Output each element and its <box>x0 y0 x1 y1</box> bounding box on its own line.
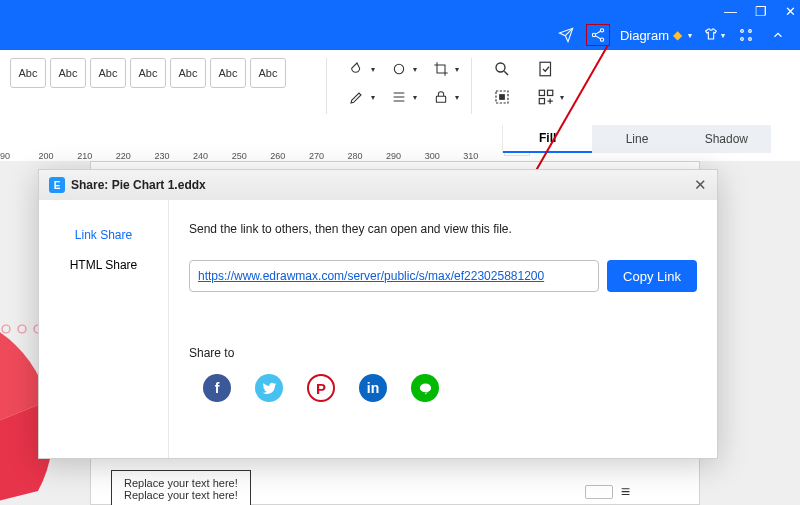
svg-point-17 <box>18 325 26 333</box>
minimize-button[interactable]: — <box>724 4 737 19</box>
diagram-label-text: Diagram <box>620 28 669 43</box>
placeholder-line: Replace your text here! <box>124 489 238 501</box>
facebook-icon[interactable]: f <box>203 374 231 402</box>
svg-point-9 <box>496 63 505 72</box>
share-dialog: E Share: Pie Chart 1.eddx ✕ Link Share H… <box>38 169 718 459</box>
close-window-button[interactable]: ✕ <box>785 4 796 19</box>
page-check-icon[interactable] <box>526 58 566 80</box>
shape-dropdown[interactable]: ▾ <box>379 58 419 80</box>
svg-rect-8 <box>436 96 445 102</box>
chevron-down-icon: ▾ <box>688 31 692 40</box>
style-preset[interactable]: Abc <box>170 58 206 88</box>
style-presets: Abc Abc Abc Abc Abc Abc Abc <box>10 58 286 88</box>
mini-box[interactable] <box>585 485 613 499</box>
selection-icon[interactable] <box>482 86 522 108</box>
copy-link-button[interactable]: Copy Link <box>607 260 697 292</box>
horizontal-ruler: 90200210220230240250260270280290300310 <box>0 143 502 161</box>
style-preset[interactable]: Abc <box>250 58 286 88</box>
dialog-title: Share: Pie Chart 1.eddx <box>71 178 206 192</box>
style-preset[interactable]: Abc <box>50 58 86 88</box>
dialog-sidebar: Link Share HTML Share <box>39 200 169 458</box>
share-icon[interactable] <box>586 24 610 46</box>
svg-rect-12 <box>540 62 551 76</box>
collapse-ribbon-icon[interactable] <box>766 24 790 46</box>
lock-dropdown[interactable]: ▾ <box>421 86 461 108</box>
svg-rect-13 <box>539 90 544 95</box>
send-icon[interactable] <box>554 24 578 46</box>
dialog-content: Send the link to others, then they can o… <box>169 200 717 458</box>
svg-rect-11 <box>500 95 505 100</box>
bottom-mini-controls: ≡ <box>585 483 630 501</box>
twitter-icon[interactable] <box>255 374 283 402</box>
app-icon: E <box>49 177 65 193</box>
search-icon[interactable] <box>482 58 522 80</box>
svg-rect-14 <box>548 90 553 95</box>
placeholder-line: Replace your text here! <box>124 477 238 489</box>
share-url-field[interactable]: https://www.edrawmax.com/server/public/s… <box>189 260 599 292</box>
style-preset[interactable]: Abc <box>10 58 46 88</box>
svg-point-4 <box>749 30 752 33</box>
svg-point-7 <box>394 64 403 73</box>
share-to-label: Share to <box>189 346 697 360</box>
svg-point-2 <box>600 38 603 41</box>
linkedin-icon[interactable]: in <box>359 374 387 402</box>
style-preset[interactable]: Abc <box>210 58 246 88</box>
style-preset[interactable]: Abc <box>130 58 166 88</box>
svg-point-3 <box>741 30 744 33</box>
maximize-button[interactable]: ❐ <box>755 4 767 19</box>
properties-panel: Fill Line Shadow <box>502 125 800 153</box>
svg-rect-15 <box>539 99 544 104</box>
tab-fill[interactable]: Fill <box>503 125 592 153</box>
toolbar: Abc Abc Abc Abc Abc Abc Abc ▾ ▾ ▾ ▾ ▾ ▾ … <box>0 50 800 115</box>
dialog-titlebar: E Share: Pie Chart 1.eddx ✕ <box>39 170 717 200</box>
sidebar-item-html-share[interactable]: HTML Share <box>39 250 168 280</box>
title-bar: — ❐ ✕ Diagram ◆ ▾ ▾ <box>0 0 800 50</box>
pen-dropdown[interactable]: ▾ <box>337 86 377 108</box>
pinterest-icon[interactable]: P <box>307 374 335 402</box>
list-dropdown[interactable]: ▾ <box>379 86 419 108</box>
tab-line[interactable]: Line <box>592 125 681 153</box>
intro-text: Send the link to others, then they can o… <box>189 222 697 236</box>
svg-point-0 <box>600 29 603 32</box>
line-icon[interactable] <box>411 374 439 402</box>
style-preset[interactable]: Abc <box>90 58 126 88</box>
crop-dropdown[interactable]: ▾ <box>421 58 461 80</box>
svg-point-16 <box>2 325 10 333</box>
svg-point-6 <box>749 38 752 41</box>
svg-point-20 <box>419 383 430 392</box>
tshirt-icon[interactable]: ▾ <box>702 24 726 46</box>
sidebar-item-link-share[interactable]: Link Share <box>39 220 168 250</box>
close-dialog-button[interactable]: ✕ <box>694 176 707 194</box>
tab-shadow[interactable]: Shadow <box>682 125 771 153</box>
social-buttons: f P in <box>189 374 697 402</box>
components-dropdown[interactable]: ▾ <box>526 86 566 108</box>
svg-point-5 <box>741 38 744 41</box>
diagram-dropdown[interactable]: Diagram ◆ ▾ <box>620 28 692 43</box>
align-center-icon[interactable]: ≡ <box>621 483 630 501</box>
text-placeholder-box[interactable]: Replace your text here! Replace your tex… <box>111 470 251 505</box>
fill-dropdown[interactable]: ▾ <box>337 58 377 80</box>
svg-point-1 <box>592 33 595 36</box>
apps-grid-icon[interactable] <box>734 24 758 46</box>
diamond-icon: ◆ <box>673 28 682 42</box>
